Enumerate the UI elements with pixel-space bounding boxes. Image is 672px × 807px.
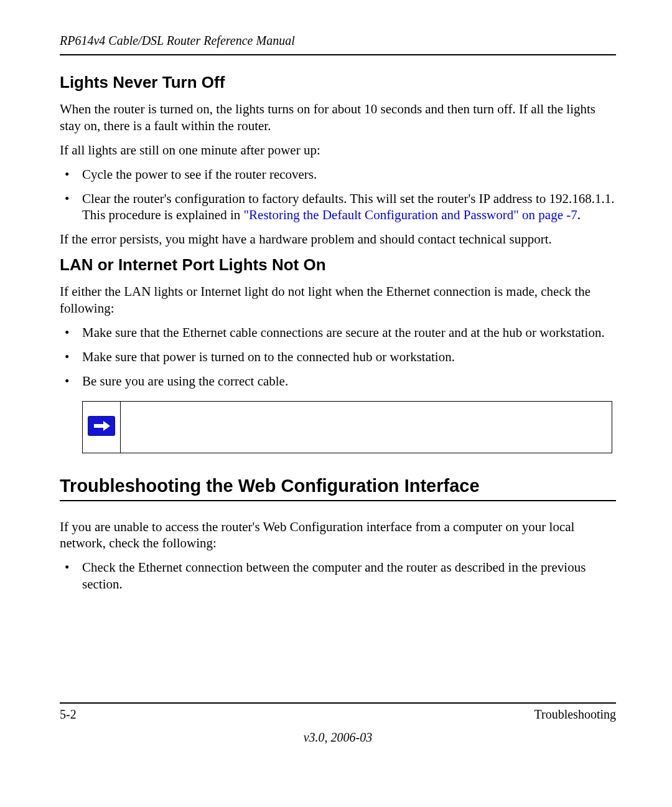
heading-troubleshooting-web-config: Troubleshooting the Web Configuration In… (60, 476, 616, 496)
arrow-right-icon (88, 417, 114, 435)
footer-rule (60, 702, 616, 704)
version-stamp: v3.0, 2006-03 (60, 730, 616, 745)
body-text: If you are unable to access the router's… (60, 519, 616, 552)
bullet-list: Make sure that the Ethernet cable connec… (60, 324, 616, 390)
list-item: Cycle the power to see if the router rec… (60, 166, 616, 183)
chapter-name: Troubleshooting (534, 707, 616, 722)
body-text: If the error persists, you might have a … (60, 231, 616, 248)
bullet-list: Cycle the power to see if the router rec… (60, 166, 616, 224)
list-item: Clear the router's configuration to fact… (60, 191, 616, 224)
list-item: Make sure that power is turned on to the… (60, 349, 616, 366)
list-item: Check the Ethernet connection between th… (60, 559, 616, 593)
note-callout (82, 401, 612, 453)
heading-rule (60, 500, 616, 501)
page-footer: 5-2 Troubleshooting v3.0, 2006-03 (60, 702, 616, 745)
note-icon-cell (83, 401, 121, 453)
heading-lights-never-turn-off: Lights Never Turn Off (60, 73, 616, 92)
note-content-cell (121, 401, 612, 453)
page-number: 5-2 (60, 707, 77, 722)
list-item: Make sure that the Ethernet cable connec… (60, 324, 616, 341)
body-text: If all lights are still on one minute af… (60, 142, 616, 159)
list-item-text: . (577, 207, 581, 222)
page: RP614v4 Cable/DSL Router Reference Manua… (0, 0, 672, 807)
xref-link-restoring-default[interactable]: "Restoring the Default Configuration and… (244, 207, 577, 222)
running-header: RP614v4 Cable/DSL Router Reference Manua… (60, 34, 616, 48)
heading-lan-internet-lights: LAN or Internet Port Lights Not On (60, 255, 616, 275)
body-text: When the router is turned on, the lights… (60, 101, 616, 134)
list-item: Be sure you are using the correct cable. (60, 373, 616, 390)
header-rule (60, 54, 616, 55)
body-text: If either the LAN lights or Internet lig… (60, 283, 616, 317)
bullet-list: Check the Ethernet connection between th… (60, 559, 616, 593)
